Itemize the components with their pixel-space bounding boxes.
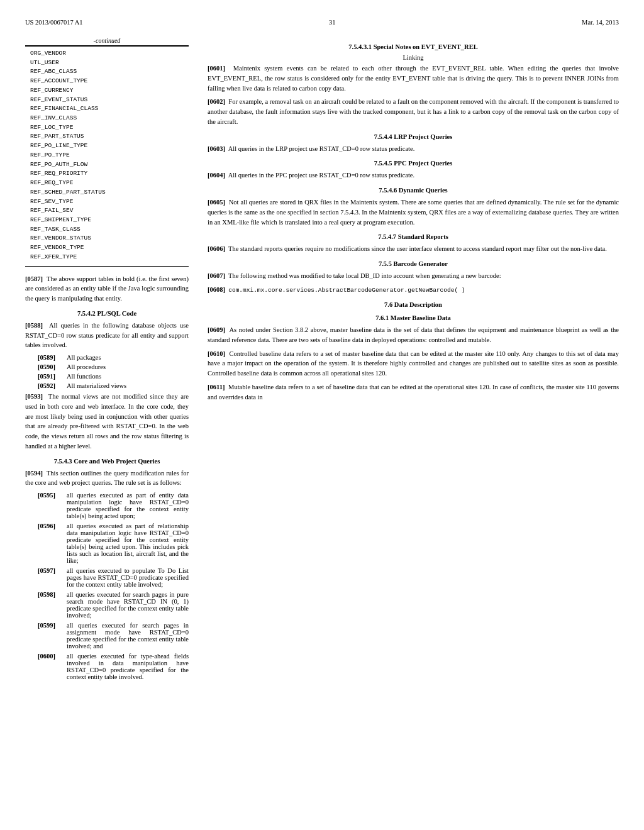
- list-num: [0599]: [38, 622, 67, 650]
- para-0611-num: [0611]: [208, 384, 225, 390]
- list-num: [0596]: [38, 523, 67, 564]
- para-0606-text: The standard reports queries require no …: [228, 245, 607, 252]
- left-column: -continued ORG_VENDORUTL_USERREF_ABC_CLA…: [25, 37, 189, 683]
- table-item: REF_VENDOR_STATUS: [30, 234, 184, 243]
- list-text: all queries executed for search pages in…: [67, 622, 189, 650]
- para-0602-num: [0602]: [208, 98, 225, 105]
- table-item: REF_REQ_PRIORITY: [30, 169, 184, 179]
- table-item: REF_FAIL_SEV: [30, 206, 184, 216]
- section-7544: 7.5.4.4 LRP Project Queries: [208, 133, 619, 140]
- para-0594-num: [0594]: [25, 470, 43, 477]
- table-item: REF_INV_CLASS: [30, 114, 184, 123]
- table-item: REF_VENDOR_TYPE: [30, 243, 184, 253]
- para-0602: [0602] For example, a removal task on an…: [208, 97, 619, 126]
- section-74311: 7.5.4.3.1 Special Notes on EVT_EVENT_REL: [208, 43, 619, 50]
- para-0588-text: All queries in the following database ob…: [25, 322, 189, 349]
- header-right: Mar. 14, 2013: [582, 19, 619, 26]
- para-0605: [0605] Not all queries are stored in QRX…: [208, 197, 619, 227]
- table-item: REF_PART_STATUS: [30, 132, 184, 141]
- para-0601-num: [0601]: [208, 65, 225, 72]
- table-item: REF_PO_AUTH_FLOW: [30, 160, 184, 170]
- table-item: REF_FINANCIAL_CLASS: [30, 104, 184, 114]
- para-0607-num: [0607]: [208, 272, 225, 279]
- header-left: US 2013/0067017 A1: [25, 19, 83, 26]
- table-item: REF_CURRENCY: [30, 86, 184, 96]
- list-item: [0599]all queries executed for search pa…: [25, 622, 189, 650]
- table-item: REF_PO_TYPE: [30, 151, 184, 160]
- para-0609-text: As noted under Section 3.8.2 above, mast…: [208, 326, 619, 343]
- table-box: ORG_VENDORUTL_USERREF_ABC_CLASSREF_ACCOU…: [25, 45, 189, 267]
- para-0593-num: [0593]: [25, 393, 43, 400]
- list-item: [0595]all queries executed as part of en…: [25, 492, 189, 519]
- list-0595-0600: [0595]all queries executed as part of en…: [25, 492, 189, 680]
- list-num: [0600]: [38, 653, 67, 680]
- para-0587-text: The above support tables in bold (i.e. t…: [25, 275, 189, 302]
- para-0604: [0604] All queries in the PPC project us…: [208, 170, 619, 180]
- header-center: 31: [329, 19, 336, 26]
- para-0587-num: [0587]: [25, 275, 43, 282]
- para-0588-num: [0588]: [25, 322, 43, 329]
- para-0611: [0611] Mutable baseline data refers to a…: [208, 382, 619, 402]
- list-text: all queries executed as part of entity d…: [67, 492, 189, 519]
- list-num: [0598]: [38, 591, 67, 619]
- para-0610-num: [0610]: [208, 350, 225, 357]
- section-7547: 7.5.4.7 Standard Reports: [208, 233, 619, 240]
- table-item: UTL_USER: [30, 58, 184, 68]
- list-text: all queries executed for type-ahead fiel…: [67, 653, 189, 680]
- list-num: [0590]: [38, 363, 67, 370]
- para-0606: [0606] The standard reports queries requ…: [208, 244, 619, 254]
- table-item: REF_TASK_CLASS: [30, 225, 184, 235]
- list-num: [0589]: [38, 354, 67, 361]
- continued-label: -continued: [25, 37, 189, 44]
- section-7546: 7.5.4.6 Dynamic Queries: [208, 187, 619, 194]
- table-item: ORG_VENDOR: [30, 49, 184, 58]
- list-num: [0597]: [38, 567, 67, 588]
- table-item: REF_EVENT_STATUS: [30, 96, 184, 105]
- section-7543: 7.5.4.3 Core and Web Project Queries: [25, 458, 189, 465]
- list-item: [0589]All packages: [25, 354, 189, 361]
- para-0608: [0608] com.mxi.mx.core.services.Abstract…: [208, 285, 619, 295]
- list-text: All packages: [67, 354, 189, 361]
- list-num: [0595]: [38, 492, 67, 519]
- table-item: REF_ABC_CLASS: [30, 67, 184, 77]
- list-0589-0592: [0589]All packages[0590]All procedures[0…: [25, 354, 189, 389]
- list-item: [0600]all queries executed for type-ahea…: [25, 653, 189, 680]
- para-0593-text: The normal views are not modified since …: [25, 393, 189, 450]
- para-0607-text: The following method was modified to tak…: [228, 272, 501, 279]
- para-0601: [0601] Maintenix system events can be re…: [208, 64, 619, 93]
- list-text: All materialized views: [67, 382, 189, 389]
- section-761: 7.6.1 Master Baseline Data: [208, 314, 619, 321]
- para-0604-num: [0604]: [208, 172, 225, 179]
- para-0587: [0587] The above support tables in bold …: [25, 274, 189, 304]
- para-0609-num: [0609]: [208, 326, 225, 333]
- section-74311-sub: Linking: [208, 54, 619, 61]
- main-content: -continued ORG_VENDORUTL_USERREF_ABC_CLA…: [25, 37, 619, 683]
- para-0610-text: Controlled baseline data refers to a set…: [208, 350, 619, 377]
- para-0603-num: [0603]: [208, 145, 225, 152]
- section-7545: 7.5.4.5 PPC Project Queries: [208, 160, 619, 167]
- list-item: [0590]All procedures: [25, 363, 189, 370]
- table-item: REF_XFER_TYPE: [30, 253, 184, 262]
- list-item: [0597]all queries executed to populate T…: [25, 567, 189, 588]
- para-0606-num: [0606]: [208, 245, 225, 252]
- para-0602-text: For example, a removal task on an aircra…: [208, 98, 619, 125]
- list-num: [0591]: [38, 373, 67, 380]
- para-0588: [0588] All queries in the following data…: [25, 321, 189, 350]
- list-num: [0592]: [38, 382, 67, 389]
- para-0603: [0603] All queries in the LRP project us…: [208, 144, 619, 154]
- para-0609: [0609] As noted under Section 3.8.2 abov…: [208, 325, 619, 345]
- page-header: US 2013/0067017 A1 31 Mar. 14, 2013: [25, 19, 619, 26]
- table-items: ORG_VENDORUTL_USERREF_ABC_CLASSREF_ACCOU…: [30, 49, 184, 262]
- para-0603-text: All queries in the LRP project use RSTAT…: [228, 145, 415, 152]
- para-0605-text: Not all queries are stored in QRX files …: [208, 199, 619, 226]
- list-item: [0598]all queries executed for search pa…: [25, 591, 189, 619]
- para-0601-text: Maintenix system events can be related t…: [208, 65, 619, 92]
- list-text: all queries executed to populate To Do L…: [67, 567, 189, 588]
- list-text: All procedures: [67, 363, 189, 370]
- para-0605-num: [0605]: [208, 199, 225, 206]
- table-item: REF_ACCOUNT_TYPE: [30, 77, 184, 86]
- para-0604-text: All queries in the PPC project use RSTAT…: [228, 172, 414, 179]
- list-item: [0596]all queries executed as part of re…: [25, 523, 189, 564]
- para-0607: [0607] The following method was modified…: [208, 271, 619, 281]
- section-755: 7.5.5 Barcode Generator: [208, 260, 619, 267]
